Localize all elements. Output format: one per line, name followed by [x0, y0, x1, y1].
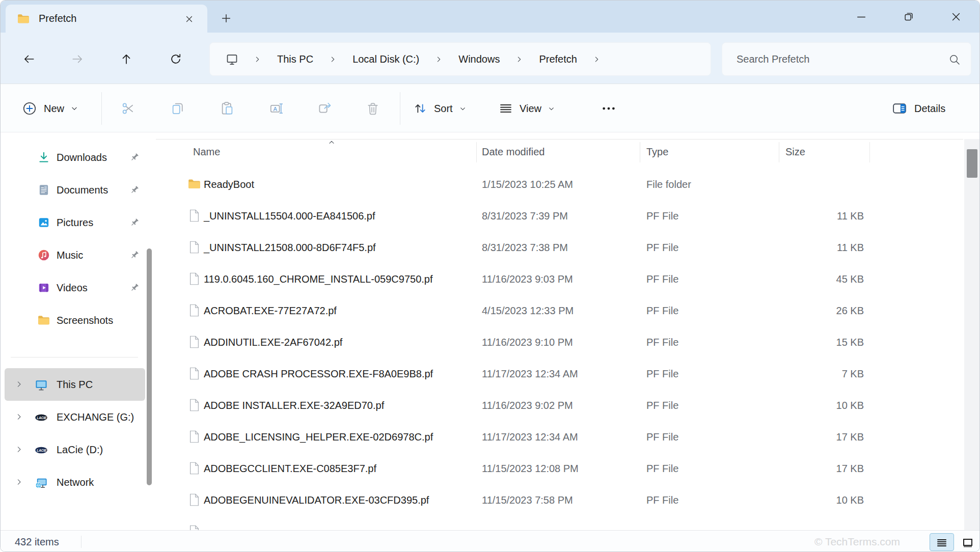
minimize-icon[interactable]: [837, 1, 885, 33]
column-headers: Name Date modified Type Size: [156, 139, 963, 163]
sidebar-item-screenshots[interactable]: Screenshots: [5, 304, 145, 337]
sort-button-label: Sort: [434, 103, 453, 115]
rename-button[interactable]: A: [262, 91, 291, 126]
column-header-name[interactable]: Name: [193, 140, 220, 164]
table-row[interactable]: ADOBE_LICENSING_HELPER.EXE-02D6978C.pf 1…: [156, 421, 963, 453]
sidebar-item-documents[interactable]: Documents: [5, 174, 145, 206]
sidebar-item-network[interactable]: Network: [5, 466, 145, 499]
sidebar-item-this-pc[interactable]: This PC: [5, 368, 145, 401]
file-type: PF File: [646, 421, 678, 453]
column-header-size[interactable]: Size: [785, 140, 805, 164]
table-row[interactable]: ADOBEGCCLIENT.EXE-C085E3F7.pf 11/15/2023…: [156, 453, 963, 484]
sidebar-item-lacie-d[interactable]: LACIE LaCie (D:): [5, 433, 145, 466]
large-icons-view-toggle[interactable]: [957, 533, 978, 551]
cut-button[interactable]: [114, 91, 143, 126]
file-date: 11/17/2023 12:34 AM: [482, 358, 578, 390]
table-row[interactable]: ADOBEGENUINEVALIDATOR.EXE-03CFD395.pf 11…: [156, 484, 963, 516]
file-date: 8/31/2023 7:39 PM: [482, 200, 568, 232]
file-size: 17 KB: [762, 421, 864, 453]
file-date: 1/15/2023 10:25 AM: [482, 169, 573, 200]
share-icon: [317, 101, 333, 116]
network-icon: [34, 476, 48, 490]
copy-button[interactable]: [164, 91, 192, 126]
table-row[interactable]: 119.0.6045.160_CHROME_INSTALL-059C9750.p…: [156, 263, 963, 295]
chevron-expand-icon[interactable]: [15, 445, 23, 454]
breadcrumb-this-pc[interactable]: This PC: [276, 51, 314, 67]
restore-icon[interactable]: [885, 1, 932, 33]
delete-button[interactable]: [359, 91, 387, 126]
breadcrumb-local-disk-c[interactable]: Local Disk (C:): [351, 51, 420, 67]
document-icon: [37, 183, 50, 197]
command-bar: New A: [1, 84, 979, 132]
sidebar-item-label: LaCie (D:): [57, 433, 103, 466]
chevron-expand-icon[interactable]: [15, 478, 23, 486]
chevron-right-icon: [435, 56, 442, 63]
new-icon: [22, 101, 37, 116]
file-type: PF File: [646, 295, 678, 326]
sidebar-item-label: Downloads: [57, 141, 107, 174]
table-row[interactable]: ADOBE INSTALLER.EXE-32A9ED70.pf 11/16/20…: [156, 390, 963, 421]
breadcrumb-windows[interactable]: Windows: [457, 51, 501, 67]
chevron-expand-icon[interactable]: [15, 412, 23, 421]
table-row[interactable]: ReadyBoot 1/15/2023 10:25 AM File folder: [156, 169, 963, 200]
sidebar-scrollbar-thumb[interactable]: [147, 249, 152, 485]
sidebar-item-pictures[interactable]: Pictures: [5, 206, 145, 239]
svg-text:LACIE: LACIE: [37, 416, 47, 420]
table-row[interactable]: ADOBE CRASH PROCESSOR.EXE-F8A0E9B8.pf 11…: [156, 358, 963, 390]
column-resize-handle[interactable]: [640, 142, 640, 162]
up-icon[interactable]: [115, 48, 138, 70]
breadcrumb-prefetch[interactable]: Prefetch: [538, 51, 578, 67]
details-view-toggle[interactable]: [930, 533, 954, 551]
table-row[interactable]: _UNINSTALL15504.000-EA841506.pf 8/31/202…: [156, 200, 963, 232]
navigation-bar: This PC Local Disk (C:) Windows Prefetch: [1, 33, 979, 84]
back-icon[interactable]: [17, 48, 41, 70]
view-button[interactable]: View: [494, 91, 560, 126]
new-tab-icon[interactable]: [217, 10, 235, 27]
column-header-type[interactable]: Type: [646, 140, 668, 164]
sidebar-separator: [11, 357, 138, 357]
scrollbar-thumb[interactable]: [967, 149, 977, 178]
table-row[interactable]: ADDINUTIL.EXE-2AF67042.pf 11/16/2023 9:1…: [156, 326, 963, 358]
details-pane-button[interactable]: Details: [886, 91, 951, 126]
tab-close-icon[interactable]: [182, 12, 196, 26]
tab-title: Prefetch: [39, 13, 76, 24]
titlebar: Prefetch: [1, 1, 979, 33]
search-input[interactable]: [737, 43, 940, 75]
refresh-icon[interactable]: [164, 48, 187, 70]
forward-icon[interactable]: [66, 48, 89, 70]
more-options-button[interactable]: [593, 91, 624, 126]
file-type: File folder: [646, 169, 691, 200]
close-icon[interactable]: [932, 1, 979, 33]
column-resize-handle[interactable]: [779, 142, 779, 162]
paste-button[interactable]: [213, 91, 241, 126]
column-header-date-modified[interactable]: Date modified: [482, 140, 545, 164]
details-view-icon: [936, 536, 948, 548]
table-row[interactable]: _UNINSTALL21508.000-8D6F74F5.pf 8/31/202…: [156, 232, 963, 263]
file-icon: [187, 240, 201, 254]
breadcrumb-root-icon[interactable]: [225, 52, 239, 66]
table-row[interactable]: ACROBAT.EXE-77E27A72.pf 4/15/2023 12:33 …: [156, 295, 963, 326]
chevron-expand-icon[interactable]: [15, 380, 23, 389]
chevron-right-icon[interactable]: [593, 56, 600, 63]
sidebar-item-downloads[interactable]: Downloads: [5, 141, 145, 174]
sidebar-item-exchange-g[interactable]: LACIE EXCHANGE (G:): [5, 401, 145, 433]
scrollbar-track[interactable]: [964, 139, 980, 530]
sidebar-item-label: Videos: [57, 271, 88, 304]
column-resize-handle[interactable]: [476, 142, 477, 162]
search-icon[interactable]: [948, 53, 961, 66]
column-resize-handle[interactable]: [869, 142, 870, 162]
sort-button[interactable]: Sort: [408, 91, 471, 126]
table-row-partial[interactable]: [156, 516, 963, 530]
details-button-label: Details: [914, 103, 945, 115]
file-icon: [187, 493, 201, 507]
file-date: 11/16/2023 9:02 PM: [482, 390, 573, 421]
new-button[interactable]: New: [15, 91, 85, 126]
cut-icon: [121, 101, 136, 116]
sort-icon: [413, 101, 427, 116]
share-button[interactable]: [311, 91, 339, 126]
view-icon: [499, 101, 513, 116]
sidebar-item-music[interactable]: Music: [5, 239, 145, 271]
tab-prefetch[interactable]: Prefetch: [6, 5, 207, 33]
status-bar: 432 items © TechTerms.com: [1, 530, 979, 552]
sidebar-item-videos[interactable]: Videos: [5, 271, 145, 304]
